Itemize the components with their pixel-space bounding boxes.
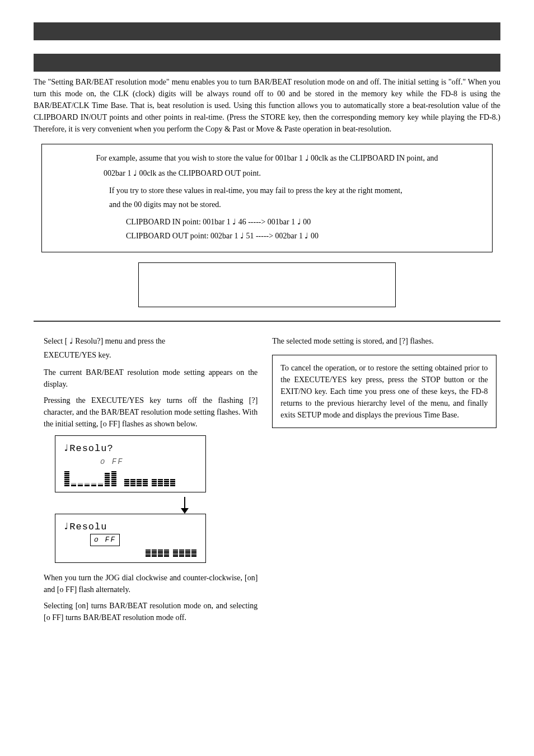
intro-paragraph: The "Setting BAR/BEAT resolution mode" m… bbox=[34, 76, 500, 135]
left-p1: The current BAR/BEAT resolution mode set… bbox=[34, 367, 257, 390]
lcd1-meters bbox=[61, 471, 200, 486]
lcd1-title: ♩Resolu? bbox=[61, 442, 200, 456]
lcd2-title: ♩Resolu bbox=[61, 520, 200, 534]
example-clipboard-out: CLIPBOARD OUT point: 002bar 1 ♩ 51 -----… bbox=[53, 230, 481, 242]
arrow-down-icon bbox=[112, 497, 257, 517]
example-header-line1: For example, assume that you wish to sto… bbox=[53, 152, 481, 164]
svg-marker-1 bbox=[181, 508, 189, 514]
lcd-display-2: ♩Resolu o FF bbox=[55, 514, 206, 563]
lcd1-value: o FF bbox=[61, 456, 200, 468]
example-body-line1: If you try to store these values in real… bbox=[53, 185, 481, 196]
right-top-text: The selected mode setting is stored, and… bbox=[272, 335, 496, 347]
section-title-bar bbox=[34, 54, 500, 72]
section-divider bbox=[34, 321, 500, 322]
two-column-layout: Select [ ♩ Resolu?] menu and press the E… bbox=[34, 335, 500, 623]
note-box bbox=[138, 262, 396, 307]
left-p4: Selecting [on] turns BAR/BEAT resolution… bbox=[34, 600, 257, 623]
example-box: For example, assume that you wish to sto… bbox=[41, 144, 493, 252]
example-header-line2: 002bar 1 ♩ 00clk as the CLIPBOARD OUT po… bbox=[104, 167, 481, 179]
lcd2-meters bbox=[61, 550, 200, 557]
left-p3: When you turn the JOG dial clockwise and… bbox=[34, 572, 257, 595]
lcd2-value: o FF bbox=[61, 534, 200, 546]
cancel-note-box: To cancel the operation, or to restore t… bbox=[272, 355, 496, 428]
step-1-header-line1: Select [ ♩ Resolu?] menu and press the bbox=[34, 335, 257, 347]
example-body-line2: and the 00 digits may not be stored. bbox=[53, 199, 481, 210]
right-column: The selected mode setting is stored, and… bbox=[272, 335, 496, 623]
left-column: Select [ ♩ Resolu?] menu and press the E… bbox=[34, 335, 257, 623]
step-1-header-line2: EXECUTE/YES key. bbox=[34, 349, 257, 361]
page-header-bar bbox=[34, 22, 500, 40]
lcd-display-1: ♩Resolu? o FF bbox=[55, 435, 206, 492]
example-clipboard-in: CLIPBOARD IN point: 001bar 1 ♩ 46 ----->… bbox=[53, 216, 481, 228]
left-p2: Pressing the EXECUTE/YES key turns off t… bbox=[34, 395, 257, 430]
